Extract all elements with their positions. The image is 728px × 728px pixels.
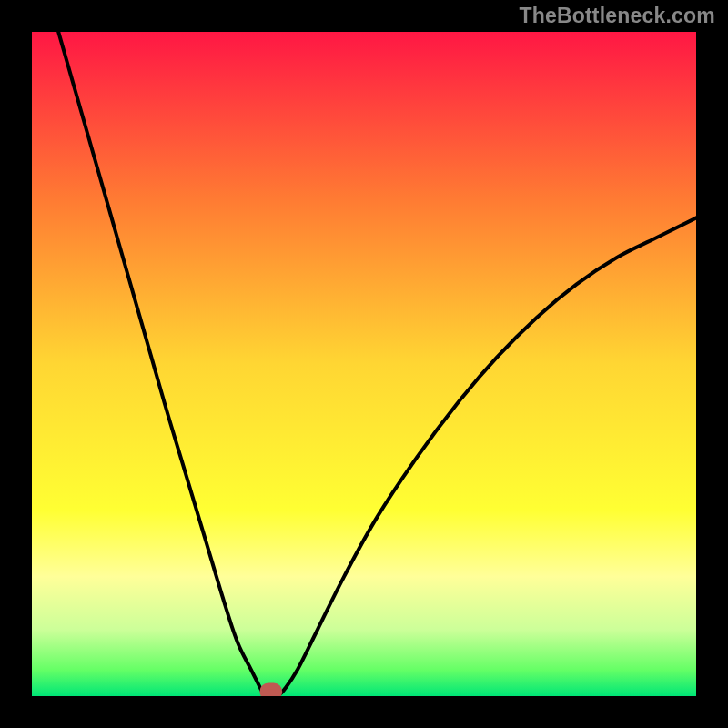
- plot-background: [32, 32, 696, 696]
- chart-frame: TheBottleneck.com: [0, 0, 728, 728]
- plot-svg: [32, 32, 696, 696]
- min-point-marker: [263, 686, 279, 696]
- watermark-text: TheBottleneck.com: [519, 4, 715, 28]
